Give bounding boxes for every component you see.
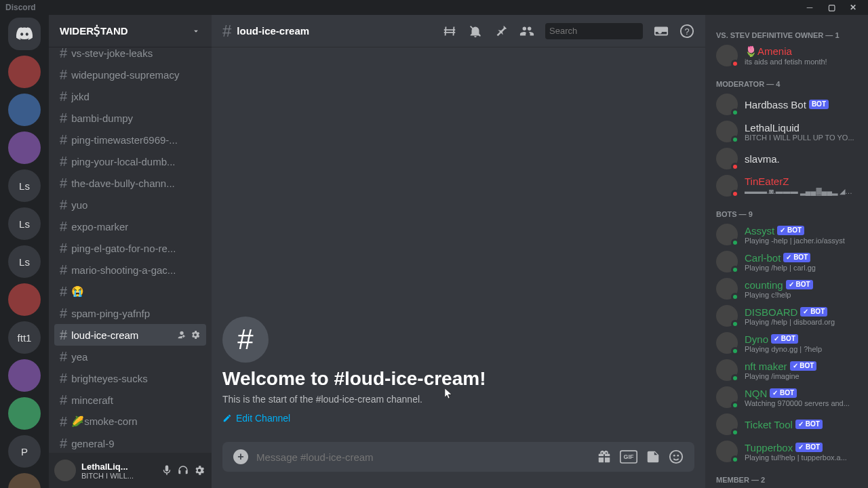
channel-item[interactable]: #mario-shooting-a-gac... [54, 259, 206, 281]
gift-icon[interactable] [597, 449, 612, 464]
channel-item[interactable]: #😭 [54, 281, 206, 302]
channel-name: ping-timewaster6969-... [71, 134, 201, 146]
member-item[interactable]: 🌷Ameniaits aids and fetish month! [711, 42, 863, 69]
channel-name: jxkd [71, 91, 201, 102]
member-name: Ticket Tool ✓ BOT [745, 419, 857, 430]
server-icon[interactable] [8, 94, 41, 126]
help-icon[interactable]: ? [679, 24, 694, 39]
emoji-icon[interactable] [669, 449, 684, 464]
message-composer[interactable]: + GIF [222, 442, 694, 472]
channel-item[interactable]: #jxkd [54, 85, 206, 107]
maximize-button[interactable]: ▢ [822, 0, 841, 15]
channel-item[interactable]: #general-9 [54, 432, 206, 453]
pinned-icon[interactable] [494, 24, 509, 39]
member-item[interactable]: DISBOARD ✓ BOTPlaying /help | disboard.o… [711, 302, 863, 329]
server-icon[interactable] [8, 283, 41, 316]
server-icon[interactable]: ftt1 [8, 321, 41, 354]
member-avatar [716, 441, 738, 462]
channel-item[interactable]: #minceraft [54, 389, 206, 411]
server-icon[interactable]: Ls [8, 169, 41, 202]
server-icon[interactable]: P [8, 435, 41, 468]
channel-item[interactable]: #bambi-dumpy [54, 107, 206, 129]
server-icon[interactable] [8, 397, 41, 430]
member-avatar [716, 94, 738, 115]
channel-item[interactable]: #🌽smoke-corn [54, 411, 206, 432]
bot-tag: ✓ BOT [777, 226, 804, 235]
member-status: ▬▬▬.◙.▬▬▬ ▂▄▄▓▄▄▂ ◢◤ ... [745, 187, 857, 196]
hash-icon: # [60, 414, 67, 430]
channel-item[interactable]: #the-dave-bully-chann... [54, 172, 206, 194]
member-item[interactable]: Assyst ✓ BOTPlaying -help | jacher.io/as… [711, 221, 863, 248]
member-item[interactable]: Tupperbox ✓ BOTPlaying tul!help | tupper… [711, 438, 863, 465]
member-item[interactable]: counting ✓ BOTPlaying c!help [711, 275, 863, 302]
member-item[interactable]: TinEaterZ▬▬▬.◙.▬▬▬ ▂▄▄▓▄▄▂ ◢◤ ... [711, 172, 863, 199]
notifications-icon[interactable] [468, 24, 483, 39]
member-item[interactable]: LethalLiquidBITCH I WILL PULL UP TO YO..… [711, 118, 863, 145]
channel-sidebar: WIDERṨTAND #💬6-hour-chat#discordgginvite… [49, 15, 212, 488]
gear-icon[interactable] [190, 329, 201, 340]
member-item[interactable]: Dyno ✓ BOTPlaying dyno.gg | ?help [711, 329, 863, 357]
server-icon[interactable] [8, 473, 41, 488]
member-avatar [716, 224, 738, 245]
channel-item[interactable]: #ping-your-local-dumb... [54, 150, 206, 172]
mute-icon[interactable] [160, 464, 174, 477]
server-icon[interactable] [8, 131, 41, 164]
close-button[interactable]: ✕ [844, 0, 863, 15]
member-item[interactable]: Carl-bot ✓ BOTPlaying /help | carl.gg [711, 248, 863, 275]
channel-item[interactable]: #yuo [54, 194, 206, 216]
bot-tag: BOT [809, 100, 829, 109]
bot-tag: ✓ BOT [800, 307, 827, 317]
server-name: WIDERṨTAND [60, 25, 191, 37]
sticker-icon[interactable] [646, 449, 660, 464]
deafen-icon[interactable] [176, 464, 190, 477]
server-icon[interactable]: Ls [8, 207, 41, 240]
message-input[interactable] [256, 451, 589, 463]
member-name: slavma. [745, 153, 857, 165]
channel-name: 🌽smoke-corn [71, 415, 201, 428]
server-icon[interactable] [8, 359, 41, 392]
member-item[interactable]: nft maker ✓ BOTPlaying /imagine [711, 357, 863, 384]
minimize-button[interactable]: ─ [800, 0, 819, 15]
server-icon[interactable] [8, 18, 41, 50]
self-info: LethalLiq... BITCH I WILL... [81, 462, 155, 480]
channel-item[interactable]: #loud-ice-cream [54, 324, 206, 346]
self-avatar[interactable] [54, 460, 76, 481]
invite-icon[interactable] [176, 329, 187, 340]
main-area: # loud-ice-cream ? # Welcome to #loud-ic… [212, 15, 705, 488]
search-input[interactable] [549, 26, 663, 36]
bot-tag: ✓ BOT [795, 420, 823, 429]
member-status: BITCH I WILL PULL UP TO YO... [745, 134, 857, 142]
member-status: Playing c!help [745, 291, 857, 299]
channel-item[interactable]: #widepunged-supremacy [54, 64, 206, 85]
channel-item[interactable]: #brighteyes-sucks [54, 367, 206, 389]
members-toggle-icon[interactable] [519, 24, 534, 39]
channel-item[interactable]: #yea [54, 346, 206, 367]
channel-name: minceraft [71, 394, 201, 406]
welcome-subtitle: This is the start of the #loud-ice-cream… [222, 394, 694, 405]
edit-channel-link[interactable]: Edit Channel [222, 413, 290, 424]
self-username: LethalLiq... [81, 462, 155, 472]
search-box[interactable] [545, 23, 643, 39]
channel-item[interactable]: #ping-el-gato-for-no-re... [54, 237, 206, 259]
channel-list[interactable]: #💬6-hour-chat#discordgginviteabuse#disco… [49, 47, 212, 453]
member-status: Playing tul!help | tupperbox.a... [745, 453, 857, 462]
inbox-icon[interactable] [654, 24, 669, 39]
channel-item[interactable]: #spam-ping-yafnfp [54, 302, 206, 324]
server-header[interactable]: WIDERṨTAND [49, 15, 212, 47]
channel-item[interactable]: #expo-marker [54, 216, 206, 237]
member-group-title: MODERATOR — 4 [711, 69, 863, 91]
channel-item[interactable]: #vs-stev-joke-leaks [54, 47, 206, 64]
gif-icon[interactable]: GIF [620, 449, 637, 464]
channel-item[interactable]: #ping-timewaster6969-... [54, 129, 206, 150]
member-item[interactable]: Hardbass Bot BOT [711, 91, 863, 118]
attachment-button[interactable]: + [233, 449, 248, 464]
member-item[interactable]: NQN ✓ BOTWatching 970000 servers and... [711, 384, 863, 411]
server-icon[interactable] [8, 56, 41, 88]
member-item[interactable]: Ticket Tool ✓ BOT [711, 411, 863, 438]
settings-icon[interactable] [193, 464, 206, 477]
threads-icon[interactable] [442, 24, 457, 39]
member-list[interactable]: VS. STEV DEFINITIVE OWNER — 1🌷Ameniaits … [705, 15, 868, 488]
member-item[interactable]: slavma. [711, 145, 863, 172]
member-status: Playing dyno.gg | ?help [745, 345, 857, 353]
server-icon[interactable]: Ls [8, 245, 41, 278]
